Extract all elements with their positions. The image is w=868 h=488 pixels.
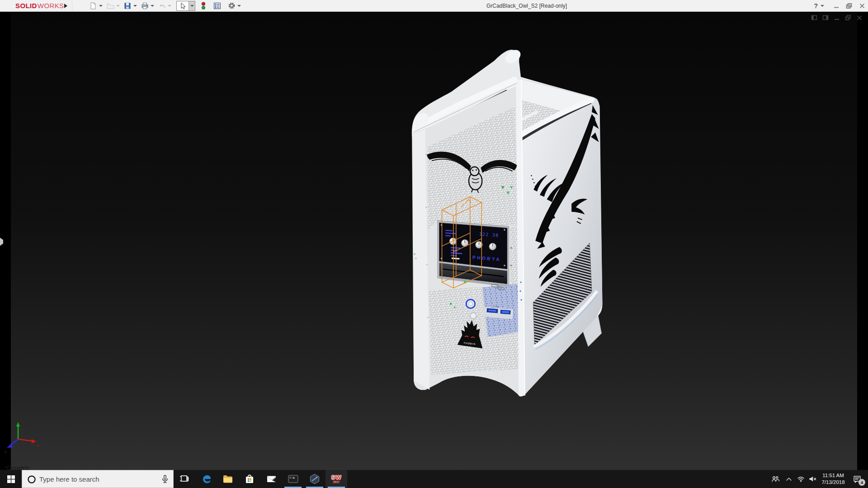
new-document-icon [90, 2, 97, 9]
people-button[interactable] [768, 470, 783, 488]
print-button[interactable] [139, 1, 150, 11]
search-input[interactable] [22, 470, 173, 488]
options-list-button[interactable] [212, 1, 222, 11]
select-tool-caret[interactable] [189, 1, 195, 10]
open-button[interactable] [105, 1, 116, 11]
pane-icon[interactable] [822, 14, 829, 21]
save-caret-icon[interactable] [133, 5, 137, 7]
z-axis-label: z [5, 450, 6, 454]
sw-icon-year: 2017 [333, 481, 340, 484]
select-cursor-icon [179, 2, 186, 9]
taskbar-item-file-explorer[interactable] [217, 470, 239, 488]
help-caret-icon[interactable] [821, 5, 824, 7]
save-icon [124, 2, 131, 9]
start-button[interactable] [0, 470, 22, 488]
tray-overflow-button[interactable] [783, 470, 795, 488]
close-document-button[interactable] [856, 14, 863, 21]
taskbar-item-edge[interactable] [195, 470, 217, 488]
microphone-icon[interactable] [161, 475, 169, 483]
tray-time: 11:51 AM [818, 472, 848, 479]
undo-caret-icon[interactable] [168, 5, 171, 7]
controller-lcd-panel [439, 223, 507, 269]
system-tray: 11:51 AM 7/13/2018 4 [768, 470, 868, 488]
file-explorer-icon [222, 474, 233, 484]
print-caret-icon[interactable] [151, 5, 154, 7]
y-axis-arrow [16, 422, 20, 427]
task-view-icon [179, 474, 189, 484]
windows-taskbar: C:\ SW 2017 [0, 470, 868, 488]
standard-toolbar [88, 0, 243, 12]
hexagon-app-icon [309, 474, 320, 484]
traffic-light-icon [200, 2, 207, 10]
taskbar-item-store[interactable] [239, 470, 260, 488]
orientation-triad: x z [2, 418, 47, 455]
store-icon [244, 474, 255, 484]
minimize-document-button[interactable] [834, 14, 840, 21]
brand-solid: SOLID [15, 2, 37, 9]
restore-button[interactable] [846, 3, 853, 9]
pane-icon[interactable] [811, 14, 817, 21]
taskbar-item-hexagon-app[interactable] [304, 470, 326, 488]
x-axis-arrow [32, 439, 36, 443]
rebuild-button[interactable] [198, 1, 209, 11]
document-window-controls [811, 14, 863, 21]
command-prompt-icon: C:\ [288, 474, 299, 484]
cmd-prompt-text: C:\ [289, 476, 294, 479]
open-caret-icon[interactable] [116, 5, 120, 7]
undo-button[interactable] [156, 1, 167, 11]
settings-caret-icon[interactable] [237, 5, 241, 7]
restore-document-button[interactable] [845, 14, 851, 21]
volume-mute-icon [809, 476, 816, 482]
select-tool-group [176, 1, 195, 11]
task-view-button[interactable] [174, 470, 195, 488]
reset-button[interactable] [470, 313, 476, 319]
chevron-up-icon [786, 477, 792, 481]
taskbar-item-mail[interactable] [260, 470, 282, 488]
brand-works: WORKS [38, 2, 64, 9]
clock-button[interactable]: 11:51 AM 7/13/2018 [818, 470, 848, 488]
new-caret-icon[interactable] [99, 5, 103, 7]
tray-date: 7/13/2018 [818, 479, 848, 486]
people-icon [771, 475, 779, 483]
settings-gear-icon [228, 2, 236, 9]
network-button[interactable] [795, 470, 807, 488]
fan-controller-module[interactable]: 122 38 PHOBYA [438, 221, 512, 290]
open-icon [107, 2, 114, 9]
close-button[interactable] [859, 3, 865, 9]
notification-badge: 4 [859, 479, 865, 486]
select-tool-button[interactable] [177, 1, 189, 10]
volume-button[interactable] [807, 470, 818, 488]
windows-logo-icon [7, 475, 15, 483]
wifi-icon [797, 476, 805, 482]
save-button[interactable] [122, 1, 133, 11]
titlebar: SOLIDWORKS [0, 0, 868, 12]
menu-flyout-arrow-icon[interactable] [64, 4, 67, 8]
settings-button[interactable] [226, 1, 237, 11]
taskbar-item-command-prompt[interactable]: C:\ [282, 470, 304, 488]
x-axis-label: x [37, 443, 39, 447]
graphics-viewport[interactable]: 122 38 PHOBYA [0, 12, 868, 470]
taskbar-item-solidworks-2017[interactable]: SW 2017 [326, 470, 347, 488]
solidworks-2017-icon: SW 2017 [331, 474, 342, 484]
options-list-icon [213, 2, 221, 9]
mail-icon [266, 474, 277, 484]
minimize-button[interactable] [833, 3, 840, 9]
model-scene: 122 38 PHOBYA [0, 12, 868, 470]
help-button[interactable]: ? [814, 2, 818, 9]
solidworks-logo: SOLIDWORKS [0, 1, 58, 11]
undo-icon [158, 2, 166, 9]
window-title: GrCadBlack_Owl_S2 [Read-only] [470, 0, 583, 12]
print-icon [141, 2, 149, 9]
toolbar-separator [72, 1, 72, 10]
new-document-button[interactable] [88, 1, 99, 11]
edge-icon [201, 474, 212, 485]
sw-icon-text: SW [331, 474, 342, 480]
action-center-button[interactable]: 4 [848, 470, 866, 488]
taskbar-search[interactable] [22, 470, 174, 488]
clock-display: 11:51 AM 7/13/2018 [818, 472, 848, 486]
window-controls: ? [814, 0, 865, 12]
